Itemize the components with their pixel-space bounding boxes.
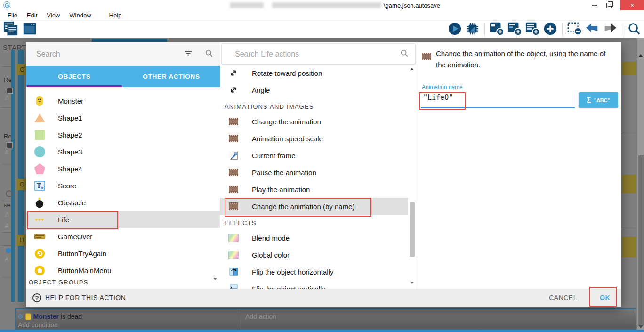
bg-fragment: Re bbox=[4, 133, 12, 140]
toolbar-separator bbox=[562, 23, 563, 36]
objects-scroll-down-icon[interactable] bbox=[213, 278, 217, 280]
debug-button[interactable] bbox=[465, 22, 481, 38]
search-button[interactable] bbox=[626, 22, 642, 38]
actions-scroll-down-icon[interactable] bbox=[410, 282, 414, 284]
expression-editor-button[interactable]: Σ "ABC" bbox=[579, 92, 618, 108]
menu-item-edit[interactable]: Edit bbox=[22, 12, 42, 19]
redo-icon bbox=[603, 21, 618, 38]
action-item-play-the-animation[interactable]: Play the animation bbox=[220, 181, 408, 198]
menu-item-window[interactable]: Window bbox=[64, 12, 96, 19]
menu-item-help[interactable]: Help bbox=[105, 12, 127, 19]
action-item-flip-the-object-horizontally[interactable]: Flip the object horizontally bbox=[220, 263, 408, 280]
undo-icon bbox=[585, 21, 600, 38]
scroll-down-icon[interactable] bbox=[638, 325, 643, 328]
object-item-buttonmainmenu[interactable]: ButtonMainMenu bbox=[26, 262, 220, 279]
action-item-pause-the-animation[interactable]: Pause the animation bbox=[220, 164, 408, 181]
events-scrollbar-thumb[interactable] bbox=[638, 155, 644, 325]
object-item-gameover[interactable]: GameOver bbox=[26, 228, 220, 245]
restore-button[interactable] bbox=[602, 0, 616, 10]
action-item-global-color[interactable]: Global color bbox=[220, 246, 408, 263]
object-item-shape3[interactable]: Shape3 bbox=[26, 143, 220, 160]
objects-search-input[interactable] bbox=[35, 49, 184, 59]
gameover-icon bbox=[32, 229, 47, 243]
action-item-change-the-animation-by-name[interactable]: Change the animation (by name) bbox=[220, 198, 408, 215]
object-item-shape1[interactable]: Shape1 bbox=[26, 109, 220, 126]
section-header-animations-and-images: ANIMATIONS AND IMAGES bbox=[220, 98, 408, 113]
object-item-obstacle[interactable]: Obstacle bbox=[26, 194, 220, 211]
add-circle-icon bbox=[543, 21, 558, 38]
object-item-score[interactable]: Tx Score bbox=[26, 177, 220, 194]
ok-button[interactable]: OK bbox=[600, 294, 610, 301]
bg-fragment: H bbox=[17, 235, 26, 246]
remove-event-button[interactable] bbox=[566, 22, 582, 38]
close-button[interactable]: × bbox=[620, 0, 644, 10]
title-bar: G \game.json.autosave × bbox=[0, 0, 644, 11]
actions-scrollbar-thumb[interactable] bbox=[410, 202, 415, 257]
rotate-icon bbox=[226, 83, 241, 97]
add-event-button[interactable] bbox=[524, 22, 540, 38]
monster-icon bbox=[32, 94, 47, 108]
action-item-angle[interactable]: Angle bbox=[220, 81, 408, 98]
minimize-button[interactable] bbox=[588, 0, 602, 10]
svg-text:T: T bbox=[36, 182, 41, 189]
action-item-animation-speed-scale[interactable]: Animation speed scale bbox=[220, 130, 408, 147]
action-item-blend-mode[interactable]: Blend mode bbox=[220, 229, 408, 246]
action-item-rotate-toward-position[interactable]: Rotate toward position bbox=[220, 65, 408, 81]
scroll-up-icon[interactable] bbox=[638, 54, 643, 57]
action-item-flip-the-object-vertically[interactable]: Flip the object vertically bbox=[220, 280, 408, 289]
object-item-shape2[interactable]: Shape2 bbox=[26, 126, 220, 143]
object-item-life[interactable]: ♥♥♥ Life bbox=[26, 211, 220, 228]
gdevelop-logo-icon: G bbox=[3, 1, 10, 8]
film-icon bbox=[226, 165, 241, 179]
play-button[interactable] bbox=[447, 22, 463, 38]
add-condition-link[interactable]: Add condition bbox=[18, 321, 58, 329]
tab-other-actions[interactable]: OTHER ACTIONS bbox=[123, 66, 220, 87]
toolbar-right-group bbox=[447, 22, 644, 38]
undo-button[interactable] bbox=[584, 22, 600, 38]
action-item-change-the-animation[interactable]: Change the animation bbox=[220, 113, 408, 130]
parameters-panel: Change the animation of the object, usin… bbox=[417, 42, 621, 289]
tab-objects[interactable]: OBJECTS bbox=[26, 66, 123, 87]
animation-name-input[interactable]: "Life0" bbox=[423, 93, 453, 102]
action-description: Change the animation of the object, usin… bbox=[436, 48, 616, 71]
object-groups-header: OBJECT GROUPS bbox=[29, 279, 89, 286]
bg-fragment bbox=[7, 142, 13, 148]
actions-list: Rotate toward position Angle ANIMATIONS … bbox=[220, 65, 408, 289]
bg-fragment: C bbox=[17, 64, 26, 75]
film-icon bbox=[422, 53, 431, 62]
frame-icon bbox=[226, 148, 241, 162]
search-icon[interactable] bbox=[205, 49, 213, 59]
dialog-footer: ? HELP FOR THIS ACTION CANCEL OK bbox=[26, 289, 621, 307]
event-indent-bar bbox=[18, 50, 24, 302]
object-item-buttontryagain[interactable]: ButtonTryAgain bbox=[26, 245, 220, 262]
field-underline bbox=[421, 107, 575, 108]
cancel-button[interactable]: CANCEL bbox=[549, 294, 577, 301]
toolbar-left-group bbox=[0, 22, 38, 38]
objects-list: Monster Shape1 Shape2 Shape3 Shape4 Tx S… bbox=[26, 87, 220, 284]
help-link[interactable]: ? HELP FOR THIS ACTION bbox=[32, 293, 126, 302]
add-action-link[interactable]: Add action bbox=[245, 313, 276, 320]
add-comment-button[interactable] bbox=[489, 22, 505, 38]
events-sheet-icon bbox=[3, 21, 19, 39]
menu-item-file[interactable]: File bbox=[3, 12, 22, 19]
object-item-monster[interactable]: Monster bbox=[26, 92, 220, 109]
search-icon[interactable] bbox=[400, 49, 409, 59]
redacted-title-segment bbox=[272, 2, 381, 8]
object-item-shape4[interactable]: Shape4 bbox=[26, 160, 220, 177]
events-sheet-button[interactable] bbox=[3, 22, 19, 38]
action-item-current-frame[interactable]: Current frame bbox=[220, 147, 408, 164]
toolbar-separator bbox=[484, 23, 485, 36]
search-icon bbox=[627, 22, 641, 38]
add-subevent-button[interactable] bbox=[507, 22, 523, 38]
text-object-icon: Tx bbox=[32, 178, 47, 193]
filter-icon[interactable] bbox=[184, 49, 193, 59]
scene-editor-button[interactable] bbox=[22, 22, 38, 38]
toolbar bbox=[0, 21, 644, 38]
retry-icon bbox=[32, 246, 47, 260]
actions-scroll-up-icon[interactable] bbox=[410, 68, 414, 70]
add-circle-button[interactable] bbox=[542, 22, 558, 38]
menu-item-view[interactable]: View bbox=[42, 12, 64, 19]
gear-icon: ⚙ bbox=[17, 313, 24, 320]
redo-button[interactable] bbox=[602, 22, 618, 38]
actions-search-input[interactable] bbox=[234, 49, 400, 59]
